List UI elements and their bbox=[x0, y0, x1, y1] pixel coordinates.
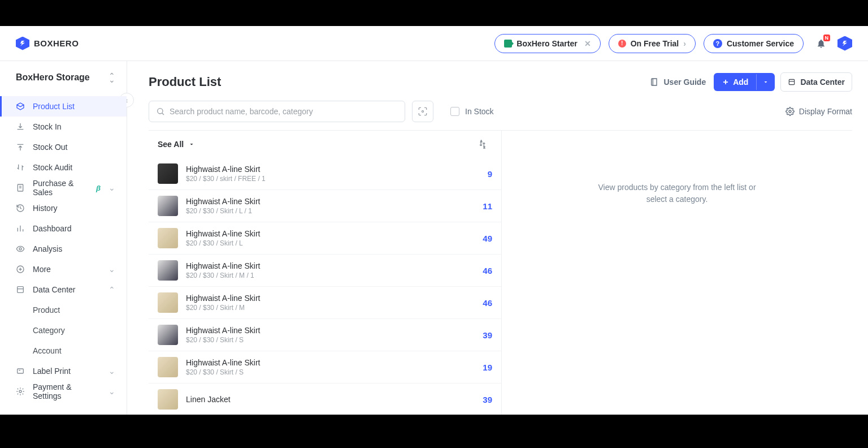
sidebar-item-data-center[interactable]: Data Center⌃ bbox=[0, 279, 127, 300]
db-icon bbox=[16, 285, 25, 294]
product-row[interactable]: Highwaist A-line Skirt$20 / $30 / Skirt … bbox=[149, 222, 501, 255]
product-meta: $20 / $30 / Skirt / S bbox=[186, 368, 483, 376]
product-qty: 9 bbox=[488, 169, 492, 179]
gear-icon bbox=[785, 107, 795, 116]
see-all-label: See All bbox=[158, 140, 184, 149]
workspace-selector[interactable]: BoxHero Storage ⌃⌄ bbox=[0, 61, 127, 92]
product-row[interactable]: Highwaist A-line Skirt$20 / $30 / Skirt … bbox=[149, 287, 501, 319]
sidebar-item-label: Analysis bbox=[33, 244, 62, 253]
sidebar-subitem-account[interactable]: Account bbox=[0, 341, 127, 361]
sidebar-item-label: History bbox=[33, 204, 58, 213]
chevron-up-icon: ⌃ bbox=[108, 285, 115, 294]
trial-pill[interactable]: ! On Free Trial › bbox=[609, 34, 696, 53]
sidebar-item-payment-settings[interactable]: Payment & Settings⌄ bbox=[0, 381, 127, 402]
detail-pane: View products by category from the left … bbox=[501, 131, 852, 415]
database-icon bbox=[788, 78, 796, 86]
chevron-down-icon bbox=[188, 141, 195, 148]
sidebar-item-label: More bbox=[33, 265, 51, 274]
product-row[interactable]: Highwaist A-line Skirt$20 / $30 / Skirt … bbox=[149, 351, 501, 384]
trial-label: On Free Trial bbox=[631, 39, 679, 48]
sidebar-item-stock-out[interactable]: Stock Out bbox=[0, 137, 127, 157]
display-format-button[interactable]: Display Format bbox=[785, 107, 852, 116]
sidebar-subitem-category[interactable]: Category bbox=[0, 320, 127, 341]
product-thumbnail bbox=[158, 389, 178, 410]
add-label: Add bbox=[733, 77, 748, 87]
sidebar-item-purchase-sales[interactable]: Purchase & Salesβ⌄ bbox=[0, 178, 127, 198]
add-button[interactable]: Add bbox=[714, 73, 775, 91]
product-row[interactable]: Highwaist A-line Skirt$20 / $30 / skirt … bbox=[149, 158, 501, 190]
product-meta: $20 / $30 / Skirt / L bbox=[186, 239, 483, 247]
sidebar-item-label: Data Center bbox=[33, 285, 75, 294]
data-center-label: Data Center bbox=[800, 77, 845, 87]
product-thumbnail bbox=[158, 260, 178, 281]
receipt-icon bbox=[16, 183, 25, 192]
product-qty: 46 bbox=[483, 298, 492, 308]
instock-filter[interactable]: In Stock bbox=[450, 107, 494, 116]
product-list[interactable]: Highwaist A-line Skirt$20 / $30 / skirt … bbox=[149, 158, 501, 415]
product-name: Highwaist A-line Skirt bbox=[186, 261, 483, 270]
product-row[interactable]: Highwaist A-line Skirt$20 / $30 / Skirt … bbox=[149, 319, 501, 351]
sidebar-item-label: Stock In bbox=[33, 122, 62, 131]
sidebar-item-dashboard[interactable]: Dashboard bbox=[0, 218, 127, 239]
logo[interactable]: BOXHERO bbox=[16, 37, 79, 50]
chevron-down-icon bbox=[762, 79, 769, 85]
product-meta: $20 / $30 / skirt / FREE / 1 bbox=[186, 175, 488, 183]
chevron-down-icon: ⌄ bbox=[108, 387, 115, 396]
product-qty: 39 bbox=[483, 330, 492, 340]
product-meta: $20 / $30 / Skirt / M / 1 bbox=[186, 272, 483, 279]
notification-bell[interactable]: N bbox=[816, 38, 826, 49]
sort-button[interactable]: AZ bbox=[479, 140, 488, 149]
sidebar-item-label-print[interactable]: Label Print⌄ bbox=[0, 361, 127, 381]
search-box[interactable] bbox=[149, 101, 405, 122]
svg-point-8 bbox=[422, 111, 424, 113]
sidebar-item-history[interactable]: History bbox=[0, 198, 127, 218]
avatar[interactable] bbox=[837, 36, 852, 51]
product-row[interactable]: Highwaist A-line Skirt$20 / $30 / Skirt … bbox=[149, 190, 501, 222]
eye-icon bbox=[16, 244, 25, 253]
search-icon bbox=[156, 107, 165, 116]
book-icon bbox=[650, 77, 659, 87]
sort-icon: AZ bbox=[479, 140, 488, 149]
service-pill[interactable]: ? Customer Service bbox=[704, 34, 804, 53]
scan-button[interactable] bbox=[412, 101, 433, 122]
sidebar-subitem-product[interactable]: Product bbox=[0, 300, 127, 320]
user-guide-button[interactable]: User Guide bbox=[650, 77, 706, 87]
display-format-label: Display Format bbox=[799, 107, 852, 116]
product-thumbnail bbox=[158, 196, 178, 216]
bar-icon bbox=[16, 224, 25, 233]
instock-checkbox[interactable] bbox=[450, 107, 459, 116]
product-qty: 49 bbox=[483, 234, 492, 243]
sidebar-item-more[interactable]: More⌄ bbox=[0, 259, 127, 279]
product-thumbnail bbox=[158, 292, 178, 313]
sidebar-item-stock-in[interactable]: Stock In bbox=[0, 117, 127, 137]
svg-point-5 bbox=[19, 390, 21, 393]
starter-pill[interactable]: BoxHero Starter ✕ bbox=[494, 34, 600, 53]
question-icon: ? bbox=[713, 39, 722, 48]
product-row[interactable]: Highwaist A-line Skirt$20 / $30 / Skirt … bbox=[149, 255, 501, 287]
user-guide-label: User Guide bbox=[663, 77, 706, 87]
product-row[interactable]: Linen Jacket39 bbox=[149, 384, 501, 415]
sidebar-item-label: Stock Audit bbox=[33, 163, 72, 172]
gear-icon bbox=[16, 387, 25, 396]
product-meta: $20 / $30 / Skirt / M bbox=[186, 304, 483, 312]
sidebar-item-product-list[interactable]: Product List bbox=[0, 96, 127, 117]
scan-icon bbox=[418, 106, 428, 117]
see-all-filter[interactable]: See All bbox=[158, 140, 195, 149]
sidebar-item-analysis[interactable]: Analysis bbox=[0, 239, 127, 259]
search-input[interactable] bbox=[170, 107, 398, 116]
box-icon bbox=[16, 102, 25, 111]
content: Product List User Guide Add bbox=[127, 61, 868, 415]
product-qty: 19 bbox=[483, 363, 492, 372]
main-split: See All AZ Highwaist A-line Skirt$20 / $… bbox=[149, 130, 852, 415]
logo-text: BOXHERO bbox=[34, 38, 79, 48]
sidebar-item-stock-audit[interactable]: Stock Audit bbox=[0, 157, 127, 178]
product-meta: $20 / $30 / Skirt / S bbox=[186, 336, 483, 344]
data-center-button[interactable]: Data Center bbox=[780, 72, 852, 92]
product-name: Highwaist A-line Skirt bbox=[186, 358, 483, 367]
product-thumbnail bbox=[158, 357, 178, 377]
flag-icon bbox=[504, 40, 512, 48]
close-icon[interactable]: ✕ bbox=[584, 39, 591, 48]
sidebar-item-label: Payment & Settings bbox=[33, 382, 101, 400]
nav: Product ListStock InStock OutStock Audit… bbox=[0, 92, 127, 415]
add-dropdown[interactable] bbox=[756, 74, 775, 90]
